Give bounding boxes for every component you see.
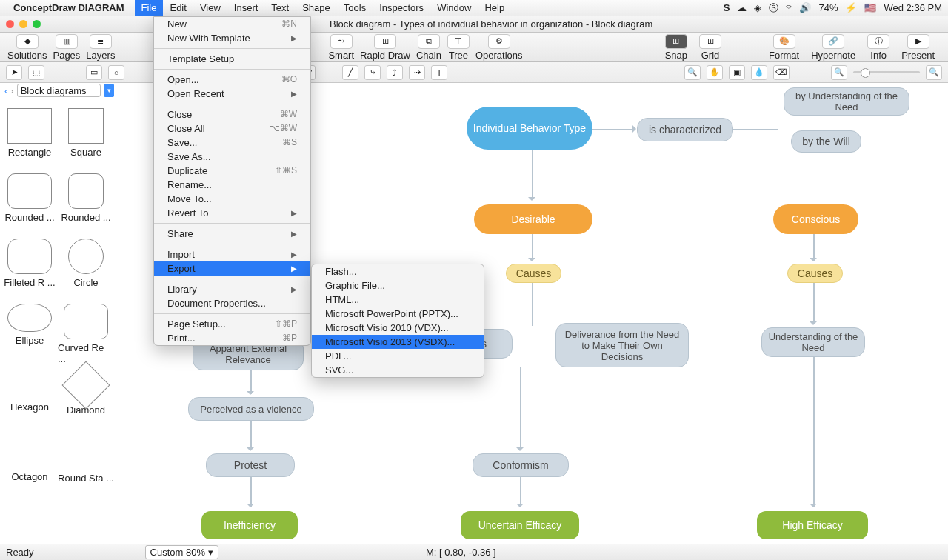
menu-tools[interactable]: Tools [337, 0, 373, 16]
shape-rectangle[interactable]: Rectangle [1, 104, 58, 169]
zoom-select[interactable]: Custom 80%▾ [145, 545, 218, 559]
export-menu-microsoft-visio-vsdx-[interactable]: Microsoft Visio 2013 (VSDX)... [312, 335, 484, 349]
menu-window[interactable]: Window [430, 0, 478, 16]
clock[interactable]: Wed 2:36 PM [884, 2, 942, 13]
diamond-icon[interactable]: ◈ [754, 2, 761, 13]
file-menu-import[interactable]: Import▶ [154, 247, 310, 261]
tb-layers[interactable]: ≣Layers [86, 34, 115, 61]
battery-label[interactable]: 74% [818, 2, 838, 13]
tb-pages[interactable]: ▥Pages [53, 34, 80, 61]
menu-text[interactable]: Text [264, 0, 296, 16]
ellipse-tool[interactable]: ○ [108, 65, 124, 80]
zoom-out-icon[interactable]: 🔍 [831, 65, 847, 80]
shape-filleted[interactable]: Filleted R ... [1, 234, 58, 299]
menu-help[interactable]: Help [478, 0, 511, 16]
menu-view[interactable]: View [193, 0, 227, 16]
eyedrop-tool[interactable]: 💧 [751, 65, 767, 80]
conn1-tool[interactable]: ⤷ [364, 65, 381, 80]
flag-icon[interactable]: 🇺🇸 [864, 2, 876, 13]
status-s-icon[interactable]: S [724, 2, 730, 13]
marquee-tool[interactable]: ⬚ [28, 65, 44, 80]
node-deliv[interactable]: Deliverance from the Need to Make Their … [555, 323, 689, 367]
tb-present[interactable]: ▶Present [901, 34, 935, 61]
app-name[interactable]: ConceptDraw DIAGRAM [13, 2, 124, 13]
nav-fwd-icon[interactable]: › [10, 85, 13, 96]
conn2-tool[interactable]: ⤴ [387, 65, 403, 80]
file-menu-close-all[interactable]: Close All⌥⌘W [154, 121, 310, 136]
node-causes2[interactable]: Causes [787, 264, 843, 283]
file-menu-share[interactable]: Share▶ [154, 227, 310, 241]
node-conform[interactable]: Conformism [473, 453, 569, 477]
menu-edit[interactable]: Edit [163, 0, 193, 16]
tb-snap[interactable]: ⊞Snap [665, 34, 687, 61]
textbox-tool[interactable]: T [431, 65, 447, 80]
menu-file[interactable]: File [135, 0, 164, 16]
node-und-need[interactable]: by Understanding of the Need [784, 87, 909, 116]
shape-diamond[interactable]: Diamond [58, 364, 114, 430]
file-menu-page-setup-[interactable]: Page Setup...⇧⌘P [154, 317, 310, 331]
export-menu-graphic-file-[interactable]: Graphic File... [312, 279, 484, 293]
node-ibt[interactable]: Individual Behavior Type [467, 107, 592, 150]
shape-circle[interactable]: Circle [58, 234, 114, 299]
file-menu-rename-[interactable]: Rename... [154, 178, 310, 192]
volume-icon[interactable]: 🔊 [799, 2, 811, 13]
nav-back-icon[interactable]: ‹ [4, 85, 7, 96]
file-menu-revert-to[interactable]: Revert To▶ [154, 206, 310, 220]
export-menu-microsoft-visio-vdx-[interactable]: Microsoft Visio 2010 (VDX)... [312, 321, 484, 335]
file-menu-document-properties-[interactable]: Document Properties... [154, 296, 310, 310]
tb-smart[interactable]: ⤳Smart [328, 34, 354, 61]
menu-inspectors[interactable]: Inspectors [373, 0, 430, 16]
node-will[interactable]: by the Will [791, 130, 861, 153]
shape-lib-select[interactable]: Block diagrams [17, 84, 101, 97]
node-ineff[interactable]: Inefficiency [201, 511, 298, 539]
shape-lib-dropdown-icon[interactable]: ▾ [104, 84, 114, 97]
file-menu-template-setup[interactable]: Template Setup [154, 52, 310, 66]
tb-format[interactable]: 🎨Format [769, 34, 799, 61]
export-menu-pdf-[interactable]: PDF... [312, 349, 484, 363]
file-menu-export[interactable]: Export▶ [154, 261, 310, 276]
tb-chain[interactable]: ⧉Chain [416, 34, 441, 61]
file-menu-new-with-template[interactable]: New With Template▶ [154, 31, 310, 45]
tb-grid[interactable]: ⊞Grid [699, 34, 721, 61]
tb-operations[interactable]: ⚙Operations [475, 34, 523, 61]
file-menu-close[interactable]: Close⌘W [154, 107, 310, 121]
node-unc[interactable]: Uncertain Efficacy [461, 511, 579, 539]
file-menu-open-[interactable]: Open...⌘O [154, 73, 310, 87]
tb-info[interactable]: ⓘInfo [867, 34, 889, 61]
menu-insert[interactable]: Insert [227, 0, 265, 16]
shape-hexagon[interactable]: Hexagon [1, 364, 58, 430]
file-menu-move-to-[interactable]: Move To... [154, 192, 310, 206]
shape-rounded1[interactable]: Rounded ... [1, 169, 58, 234]
file-menu-save-[interactable]: Save...⌘S [154, 136, 310, 150]
file-menu-library[interactable]: Library▶ [154, 282, 310, 296]
node-und2[interactable]: Understanding of the Need [761, 327, 865, 357]
wifi-icon[interactable]: ⌔ [786, 2, 792, 13]
file-menu-new[interactable]: New⌘N [154, 17, 310, 31]
shape-octagon[interactable]: Octagon [1, 430, 58, 495]
line-tool[interactable]: ╱ [342, 65, 358, 80]
menu-shape[interactable]: Shape [296, 0, 337, 16]
close-icon[interactable] [6, 20, 14, 28]
node-conscious[interactable]: Conscious [773, 204, 858, 234]
conn3-tool[interactable]: ⇢ [409, 65, 425, 80]
tb-rapid[interactable]: ⊞Rapid Draw [360, 34, 410, 61]
shape-star[interactable]: Round Sta ... [58, 430, 114, 495]
shape-square[interactable]: Square [58, 104, 114, 169]
export-menu-svg-[interactable]: SVG... [312, 363, 484, 377]
shape-curved[interactable]: Curved Re ... [58, 299, 114, 364]
pan-tool[interactable]: ✋ [707, 65, 723, 80]
node-desirable[interactable]: Desirable [474, 204, 592, 234]
search-canvas-icon[interactable]: 🔍 [684, 65, 701, 80]
node-high[interactable]: High Efficacy [757, 511, 868, 539]
pointer-tool[interactable]: ➤ [6, 65, 22, 80]
zoom-icon[interactable] [33, 20, 41, 28]
file-menu-print-[interactable]: Print...⌘P [154, 331, 310, 345]
eraser-tool[interactable]: ⌫ [773, 65, 790, 80]
minimize-icon[interactable] [19, 20, 27, 28]
battery-icon[interactable]: ⚡ [845, 2, 857, 13]
skype-icon[interactable]: Ⓢ [769, 1, 778, 15]
tb-hypernote[interactable]: 🔗Hypernote [811, 34, 855, 61]
shape-ellipse[interactable]: Ellipse [1, 299, 58, 364]
node-perc[interactable]: Perceived as a violence [188, 397, 314, 421]
export-menu-flash-[interactable]: Flash... [312, 264, 484, 279]
